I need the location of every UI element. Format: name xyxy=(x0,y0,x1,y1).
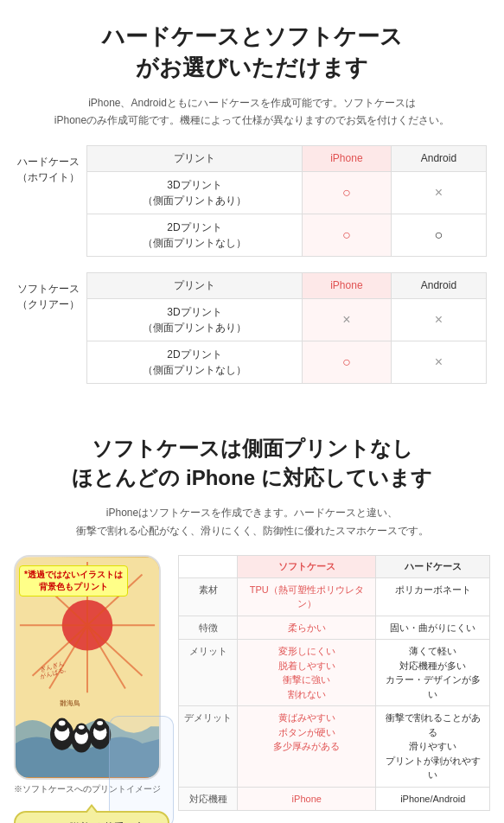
row-label-material: 素材 xyxy=(179,577,238,616)
table-row: 2Dプリント（側面プリントなし） ○ ○ xyxy=(87,214,487,256)
col-android-soft: Android xyxy=(391,272,486,298)
col-iphone-soft: iPhone xyxy=(302,272,391,298)
section-hard-soft: ハードケースとソフトケースがお選びいただけます iPhone、Androidとも… xyxy=(0,0,504,417)
hard-2d-iphone: ○ xyxy=(302,214,391,256)
svg-text:雛海鳥: 雛海鳥 xyxy=(60,699,80,707)
section1-desc: iPhone、Androidともにハードケースを作成可能です。ソフトケースはiP… xyxy=(17,94,487,130)
svg-point-23 xyxy=(97,721,103,725)
row-soft-demerit: 黄ばみやすいボタンが硬い多少厚みがある xyxy=(238,706,376,788)
svg-point-15 xyxy=(59,720,66,725)
soft-case-label: ソフトケース（クリアー） xyxy=(17,272,86,312)
soft-2d-android: × xyxy=(391,341,486,383)
soft-3d-print: 3Dプリント（側面プリントあり） xyxy=(87,298,303,341)
table-row: 素材 TPU（熱可塑性ポリウレタン） ポリカーボネート xyxy=(179,577,490,616)
row-hard-feature: 固い・曲がりにくい xyxy=(376,616,490,640)
comp-table: ソフトケース ハードケース 素材 TPU（熱可塑性ポリウレタン） ポリカーボネー… xyxy=(178,555,490,812)
hard-3d-android: × xyxy=(391,171,486,214)
comparison-area: *透過ではないイラストは背景色もプリント xyxy=(14,555,490,823)
svg-point-19 xyxy=(79,725,85,730)
col-print-soft: プリント xyxy=(87,272,303,298)
col-print-hard: プリント xyxy=(87,145,303,171)
hard-case-table-wrapper: ハードケース（ホワイト） プリント iPhone Android 3Dプリント（… xyxy=(17,145,487,257)
balloon: ケースの脱着が 苦手な方におすすめ。 xyxy=(14,811,169,823)
note-sticker: *透過ではないイラストは背景色もプリント xyxy=(19,565,128,597)
row-hard-model: iPhone/Android xyxy=(376,787,490,811)
row-soft-merit: 変形しにくい脱着しやすい衝撃に強い割れない xyxy=(238,640,376,706)
row-label-demerit: デメリット xyxy=(179,706,238,788)
row-label-model: 対応機種 xyxy=(179,787,238,811)
table-row: 対応機種 iPhone iPhone/Android xyxy=(179,787,490,811)
soft-2d-iphone: ○ xyxy=(302,341,391,383)
soft-case-table-wrapper: ソフトケース（クリアー） プリント iPhone Android 3Dプリント（… xyxy=(17,272,487,384)
soft-3d-android: × xyxy=(391,298,486,341)
section-soft-iphone: ソフトケースは側面プリントなしほとんどの iPhone に対応しています iPh… xyxy=(0,417,504,823)
hard-3d-iphone: ○ xyxy=(302,171,391,214)
comp-table-side: ソフトケース ハードケース 素材 TPU（熱可塑性ポリウレタン） ポリカーボネー… xyxy=(178,555,490,812)
soft-2d-print: 2Dプリント（側面プリントなし） xyxy=(87,341,303,383)
row-hard-material: ポリカーボネート xyxy=(376,577,490,616)
hard-case-table: プリント iPhone Android 3Dプリント（側面プリントあり） ○ ×… xyxy=(86,145,487,257)
row-hard-merit: 薄くて軽い対応機種が多いカラー・デザインが多い xyxy=(376,640,490,706)
row-soft-material: TPU（熱可塑性ポリウレタン） xyxy=(238,577,376,616)
soft-case-table: プリント iPhone Android 3Dプリント（側面プリントあり） × ×… xyxy=(86,272,487,384)
section2-title: ソフトケースは側面プリントなしほとんどの iPhone に対応しています xyxy=(14,434,490,494)
hard-2d-android: ○ xyxy=(391,214,486,256)
table-row: 特徴 柔らかい 固い・曲がりにくい xyxy=(179,616,490,640)
table-row: デメリット 黄ばみやすいボタンが硬い多少厚みがある 衝撃で割れることがある滑りや… xyxy=(179,706,490,788)
soft-3d-iphone: × xyxy=(302,298,391,341)
col-iphone-hard: iPhone xyxy=(302,145,391,171)
table-row: メリット 変形しにくい脱着しやすい衝撃に強い割れない 薄くて軽い対応機種が多いカ… xyxy=(179,640,490,706)
row-soft-model: iPhone xyxy=(238,787,376,811)
row-label-merit: メリット xyxy=(179,640,238,706)
clear-case-phone xyxy=(109,716,174,823)
table-row: 3Dプリント（側面プリントあり） ○ × xyxy=(87,171,487,214)
row-soft-feature: 柔らかい xyxy=(238,616,376,640)
hard-3d-print: 3Dプリント（側面プリントあり） xyxy=(87,171,303,214)
comp-col-empty xyxy=(179,555,238,577)
hard-case-label: ハードケース（ホワイト） xyxy=(17,145,86,185)
section2-desc: iPhoneはソフトケースを作成できます。ハードケースと違い、衝撃で割れる心配が… xyxy=(14,504,490,539)
comp-col-hard: ハードケース xyxy=(376,555,490,577)
row-label-feature: 特徴 xyxy=(179,616,238,640)
table-row: 2Dプリント（側面プリントなし） ○ × xyxy=(87,341,487,383)
table-row: 3Dプリント（側面プリントあり） × × xyxy=(87,298,487,341)
section1-title: ハードケースとソフトケースがお選びいただけます xyxy=(17,21,487,84)
col-android-hard: Android xyxy=(391,145,486,171)
row-hard-demerit: 衝撃で割れることがある滑りやすいプリントが剥がれやすい xyxy=(376,706,490,788)
comp-col-soft: ソフトケース xyxy=(238,555,376,577)
phone-side: *透過ではないイラストは背景色もプリント xyxy=(14,555,169,823)
hard-2d-print: 2Dプリント（側面プリントなし） xyxy=(87,214,303,256)
